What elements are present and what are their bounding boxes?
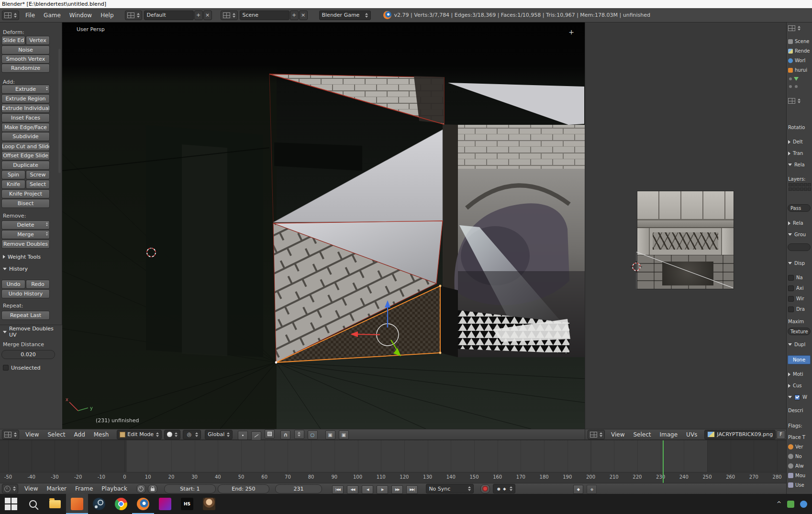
engine-selector[interactable]: Blender Game bbox=[319, 11, 371, 20]
extrude-region-button[interactable]: Extrude Region bbox=[1, 94, 50, 103]
uv-menu-uvs[interactable]: UVs bbox=[682, 431, 701, 438]
jump-to-start-button[interactable]: |◀◀ bbox=[332, 485, 344, 494]
delete-keyframe-icon[interactable] bbox=[587, 485, 597, 494]
extrude-individual-button[interactable]: Extrude Individual bbox=[1, 104, 50, 113]
display-axis-checkbox[interactable]: Axi bbox=[788, 284, 812, 292]
vertex-slide-button[interactable]: Vertex bbox=[26, 36, 50, 45]
opengl-render-icon[interactable] bbox=[325, 430, 335, 439]
viewport-menu-select[interactable]: Select bbox=[43, 431, 69, 438]
layers-grid-row1[interactable] bbox=[789, 183, 811, 186]
duplicate-button[interactable]: Duplicate bbox=[1, 161, 50, 170]
taskbar-hs-app[interactable]: HS bbox=[176, 494, 198, 514]
tray-chevron-icon[interactable]: ^ bbox=[777, 501, 781, 507]
timeline-editor-type-button[interactable] bbox=[2, 484, 18, 493]
panel-w-checked[interactable]: W bbox=[788, 394, 812, 401]
taskbar-character-app[interactable] bbox=[198, 494, 220, 514]
slide-edge-button[interactable]: Slide Ed bbox=[1, 36, 25, 45]
merge-button[interactable]: Merge bbox=[1, 230, 50, 239]
operator-panel-header[interactable]: Remove Doubles UV bbox=[3, 328, 62, 336]
jump-to-end-button[interactable]: ▶▶| bbox=[406, 485, 418, 494]
duplication-none-button[interactable]: None bbox=[788, 355, 811, 364]
layer-toggle[interactable] bbox=[804, 187, 807, 191]
panel-duplication[interactable]: Dupl bbox=[788, 341, 812, 348]
layer-toggle[interactable] bbox=[804, 183, 807, 186]
make-edge-face-button[interactable]: Make Edge/Face bbox=[1, 123, 50, 132]
window-titlebar[interactable]: Blender* [E:\blendertest\untitled.blend] bbox=[0, 0, 812, 8]
knife-select-button[interactable]: Select bbox=[26, 180, 50, 189]
panel-motion-paths[interactable]: Moti bbox=[788, 371, 812, 378]
checkbox-icon[interactable] bbox=[788, 296, 794, 302]
timeline-playhead[interactable] bbox=[663, 440, 664, 483]
layer-toggle[interactable] bbox=[800, 187, 803, 191]
prev-keyframe-button[interactable]: ◀◀ bbox=[347, 485, 358, 494]
layer-toggle[interactable] bbox=[789, 187, 792, 191]
viewport-shading-dropdown[interactable] bbox=[164, 430, 180, 439]
outliner-item-child[interactable] bbox=[788, 83, 812, 90]
toggle-row-ver[interactable]: Ver bbox=[788, 443, 812, 450]
timeline-menu-view[interactable]: View bbox=[20, 485, 42, 492]
tray-icon-a[interactable] bbox=[787, 501, 794, 508]
keying-set-dropdown[interactable] bbox=[493, 484, 515, 493]
viewport-scene-canvas[interactable]: x y bbox=[62, 22, 585, 429]
current-frame-field[interactable]: 231 bbox=[275, 484, 322, 493]
uv-menu-select[interactable]: Select bbox=[629, 431, 655, 438]
opengl-render-anim-icon[interactable] bbox=[339, 430, 349, 439]
layer-toggle[interactable] bbox=[792, 187, 796, 191]
outliner-item-scene[interactable]: Scene bbox=[788, 38, 812, 45]
screen-layout-field[interactable]: Default bbox=[144, 11, 194, 20]
taskbar-search-button[interactable] bbox=[22, 494, 44, 514]
fake-user-button[interactable]: F bbox=[777, 430, 785, 439]
timeline-menu-frame[interactable]: Frame bbox=[71, 485, 97, 492]
scene-browse-button[interactable] bbox=[221, 11, 238, 20]
screen-layout-browse-button[interactable] bbox=[125, 11, 142, 20]
outliner-item-object[interactable]: hurui bbox=[788, 66, 812, 74]
tray-icon-b[interactable] bbox=[800, 501, 807, 508]
timeline-menu-playback[interactable]: Playback bbox=[97, 485, 132, 492]
smooth-vertex-button[interactable]: Smooth Vertex bbox=[1, 55, 50, 64]
extrude-button[interactable]: Extrude bbox=[1, 85, 50, 94]
redo-button[interactable]: Redo bbox=[26, 280, 50, 289]
layer-toggle[interactable] bbox=[789, 183, 792, 186]
display-wire-checkbox[interactable]: Wir bbox=[788, 295, 812, 302]
bisect-button[interactable]: Bisect bbox=[1, 199, 50, 208]
start-button[interactable] bbox=[0, 494, 22, 514]
toggle-row-alw[interactable]: Alw bbox=[788, 462, 812, 470]
sync-dropdown[interactable]: No Sync bbox=[426, 484, 474, 493]
viewport-3d[interactable]: x y User Persp (231) unfinished + bbox=[62, 22, 585, 429]
play-button[interactable]: ▶ bbox=[377, 485, 388, 494]
unselected-checkbox-row[interactable]: Unselected bbox=[3, 364, 40, 372]
spin-button[interactable]: Spin bbox=[1, 170, 25, 179]
scene-field[interactable]: Scene bbox=[240, 11, 289, 20]
layer-toggle[interactable] bbox=[800, 183, 803, 186]
taskbar-app-orange[interactable] bbox=[66, 494, 88, 514]
properties-editor-header[interactable] bbox=[788, 97, 812, 104]
checkbox-icon[interactable] bbox=[788, 306, 794, 312]
display-draw-checkbox[interactable]: Dra bbox=[788, 306, 812, 313]
draw-type-dropdown[interactable]: Texture bbox=[788, 328, 811, 335]
viewport-menu-mesh[interactable]: Mesh bbox=[89, 431, 113, 438]
panel-relations-extras[interactable]: Rela bbox=[788, 219, 812, 227]
loop-cut-button[interactable]: Loop Cut and Slide bbox=[1, 142, 50, 151]
viewport-menu-view[interactable]: View bbox=[21, 431, 43, 438]
close-scene-button[interactable]: × bbox=[299, 11, 308, 20]
face-select-icon[interactable] bbox=[265, 429, 275, 438]
uv-editor-type-button[interactable] bbox=[588, 430, 605, 439]
repeat-last-button[interactable]: Repeat Last bbox=[1, 311, 50, 320]
undo-history-button[interactable]: Undo History bbox=[1, 289, 50, 298]
timeline-menu-marker[interactable]: Marker bbox=[42, 485, 70, 492]
panel-display[interactable]: Disp bbox=[788, 260, 812, 267]
insert-keyframe-icon[interactable] bbox=[573, 485, 583, 494]
menu-game[interactable]: Game bbox=[39, 12, 65, 19]
display-name-checkbox[interactable]: Na bbox=[788, 274, 812, 281]
remove-doubles-button[interactable]: Remove Doubles bbox=[1, 240, 50, 249]
uv-menu-view[interactable]: View bbox=[607, 431, 629, 438]
offset-edge-slide-button[interactable]: Offset Edge Slide bbox=[1, 151, 50, 160]
panel-transform-locks[interactable]: Tran bbox=[788, 150, 812, 157]
panel-relations[interactable]: Rela bbox=[788, 161, 812, 168]
checkbox-icon[interactable] bbox=[3, 365, 9, 371]
toggle-row-use[interactable]: Use bbox=[788, 481, 812, 489]
taskbar-steam[interactable] bbox=[88, 494, 110, 514]
layer-toggle[interactable] bbox=[808, 187, 811, 191]
taskbar-photos-app[interactable] bbox=[154, 494, 176, 514]
play-reverse-button[interactable]: ◀ bbox=[362, 485, 373, 494]
